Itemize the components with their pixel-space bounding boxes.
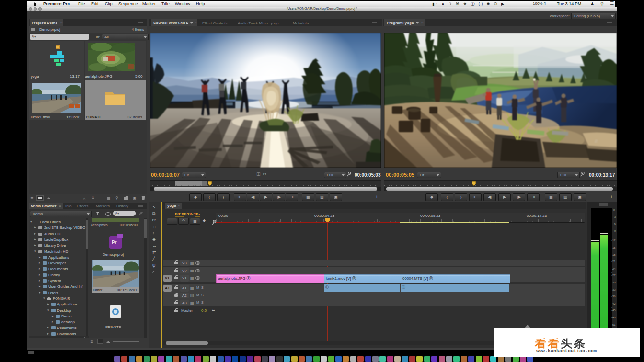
svg-text:⇵: ⇵ xyxy=(594,139,598,144)
